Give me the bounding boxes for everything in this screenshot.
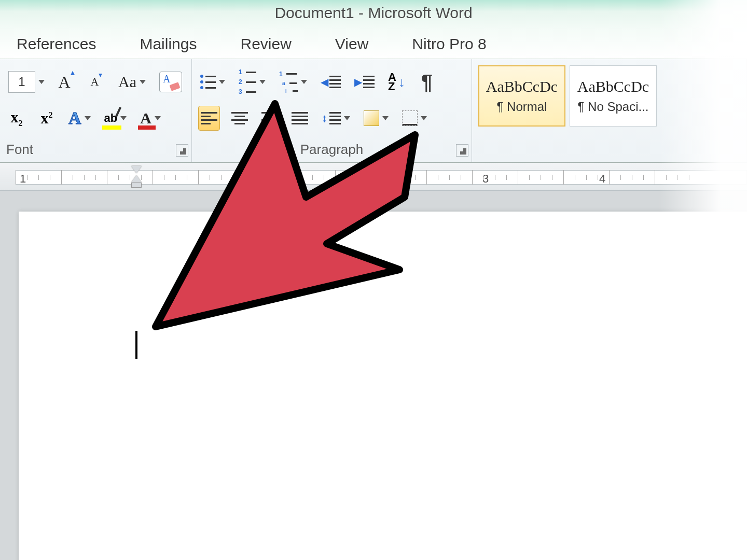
subscript-icon: x2 <box>11 108 23 128</box>
font-group-label: Font <box>6 139 185 162</box>
tab-view[interactable]: View <box>329 32 375 56</box>
highlight-icon: ab <box>104 111 118 125</box>
shrink-font-button[interactable]: A▾ <box>86 69 107 94</box>
line-spacing-button[interactable]: ↕ <box>320 106 352 131</box>
left-indent-icon <box>131 183 142 188</box>
chevron-down-icon <box>155 116 161 120</box>
show-hide-button[interactable]: ¶ <box>417 69 437 94</box>
justify-icon <box>292 112 308 124</box>
hanging-indent-icon <box>131 175 142 183</box>
bullets-icon <box>200 75 216 89</box>
document-background <box>0 191 747 560</box>
change-case-button[interactable]: Aa <box>116 69 148 94</box>
paragraph-group: 1 2 3 1 a i ◀ ▶ <box>192 59 472 162</box>
increase-indent-icon: ▶ <box>354 76 375 88</box>
shading-icon <box>364 110 379 126</box>
tab-nitro-pro[interactable]: Nitro Pro 8 <box>406 32 492 56</box>
multilevel-list-icon: 1 a i <box>279 71 298 94</box>
chevron-down-icon <box>120 116 127 120</box>
chevron-down-icon <box>38 80 45 84</box>
font-color-icon: A <box>140 109 151 127</box>
line-spacing-icon: ↕ <box>322 112 341 124</box>
grow-font-button[interactable]: A▴ <box>56 69 77 94</box>
subscript-button[interactable]: x2 <box>6 106 27 131</box>
change-case-icon: Aa <box>118 73 136 91</box>
document-page[interactable] <box>19 212 747 560</box>
style-normal[interactable]: AaBbCcDc ¶ Normal <box>478 65 565 127</box>
text-effects-button[interactable]: A <box>66 106 93 131</box>
highlight-button[interactable]: ab <box>102 106 129 131</box>
chevron-down-icon <box>301 80 307 84</box>
align-right-button[interactable] <box>259 106 280 131</box>
paragraph-dialog-launcher[interactable] <box>456 144 468 157</box>
edge-fade <box>659 0 747 560</box>
eraser-icon <box>159 72 182 92</box>
shrink-font-icon: A▾ <box>91 75 103 89</box>
style-sample: AaBbCcDc <box>486 78 558 95</box>
increase-indent-button[interactable]: ▶ <box>352 69 377 94</box>
text-effects-icon: A <box>68 108 81 128</box>
sort-button[interactable]: AZ↓ <box>386 69 407 94</box>
paragraph-group-label: Paragraph <box>198 139 465 162</box>
chevron-down-icon <box>421 116 427 120</box>
align-right-icon <box>261 112 278 124</box>
borders-icon <box>402 110 418 126</box>
pilcrow-icon: ¶ <box>421 71 433 94</box>
chevron-down-icon <box>382 116 389 120</box>
clear-formatting-button[interactable] <box>157 69 184 94</box>
chevron-down-icon <box>140 80 146 84</box>
indent-marker[interactable] <box>131 166 142 188</box>
align-left-icon <box>201 112 217 124</box>
decrease-indent-button[interactable]: ◀ <box>319 69 343 94</box>
font-dialog-launcher[interactable] <box>176 144 188 157</box>
multilevel-list-button[interactable]: 1 a i <box>277 69 309 94</box>
borders-button[interactable] <box>400 106 429 131</box>
tab-mailings[interactable]: Mailings <box>133 32 203 56</box>
ribbon: 1 A▴ A▾ Aa x2 x2 A ab A <box>0 59 747 163</box>
decrease-indent-icon: ◀ <box>321 76 341 88</box>
chevron-down-icon <box>85 116 91 120</box>
superscript-icon: x2 <box>41 109 53 127</box>
horizontal-ruler[interactable]: 1 3 4 <box>0 163 747 191</box>
style-sample: AaBbCcDc <box>577 78 649 95</box>
grow-font-icon: A▴ <box>58 73 74 92</box>
first-line-indent-icon <box>131 166 142 173</box>
tab-references[interactable]: References <box>10 32 102 56</box>
text-cursor <box>135 331 137 359</box>
ruler-number: 1 <box>20 172 26 186</box>
tab-review[interactable]: Review <box>234 32 297 56</box>
window-title: Document1 - Microsoft Word <box>274 0 472 22</box>
ruler-number: 4 <box>599 172 605 186</box>
superscript-button[interactable]: x2 <box>36 106 57 131</box>
font-color-button[interactable]: A <box>138 106 163 131</box>
title-bar: Document1 - Microsoft Word <box>0 0 747 29</box>
numbering-icon: 1 2 3 <box>239 68 256 95</box>
font-size-dropdown[interactable]: 1 <box>6 69 47 94</box>
style-name-label: ¶ No Spaci... <box>578 100 649 114</box>
sort-icon: AZ↓ <box>388 73 405 91</box>
shading-button[interactable] <box>362 106 391 131</box>
bullets-button[interactable] <box>198 69 227 94</box>
justify-button[interactable] <box>289 106 310 131</box>
style-name-label: ¶ Normal <box>497 100 547 114</box>
chevron-down-icon <box>344 116 350 120</box>
style-no-spacing[interactable]: AaBbCcDc ¶ No Spaci... <box>570 65 657 127</box>
font-size-value: 1 <box>18 75 25 89</box>
ribbon-tabs: References Mailings Review View Nitro Pr… <box>0 29 747 59</box>
chevron-down-icon <box>259 80 266 84</box>
align-left-button[interactable] <box>198 106 220 131</box>
numbering-button[interactable]: 1 2 3 <box>237 69 268 94</box>
font-group: 1 A▴ A▾ Aa x2 x2 A ab A <box>0 59 192 162</box>
align-center-icon <box>231 112 248 124</box>
align-center-button[interactable] <box>229 106 250 131</box>
chevron-down-icon <box>219 80 225 84</box>
